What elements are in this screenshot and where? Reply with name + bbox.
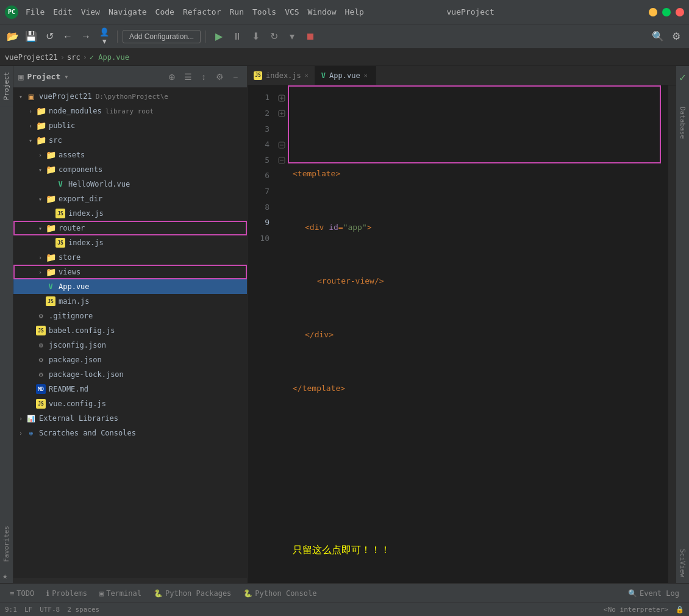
- panel-compact-btn[interactable]: ☰: [181, 70, 195, 84]
- public-arrow-icon: ›: [26, 123, 35, 129]
- minimize-button[interactable]: [649, 8, 657, 16]
- vcs-button[interactable]: 👤▾: [96, 29, 112, 45]
- tree-readme[interactable]: › MD README.md: [13, 382, 247, 396]
- tree-store[interactable]: › 📁 store: [13, 250, 247, 265]
- tree-gitignore[interactable]: › ⚙ .gitignore: [13, 309, 247, 323]
- tree-jsconfig[interactable]: › ⚙ jsconfig.json: [13, 338, 247, 353]
- gutter-fold-2[interactable]: [276, 106, 288, 122]
- tree-app-vue[interactable]: › V App.vue: [13, 279, 247, 294]
- terminal-tab[interactable]: ▣ Terminal: [95, 587, 146, 600]
- menu-edit[interactable]: Edit: [49, 6, 76, 18]
- menu-run[interactable]: Run: [226, 6, 248, 18]
- tree-views[interactable]: › 📁 views: [13, 265, 247, 279]
- menu-tools[interactable]: Tools: [249, 6, 280, 18]
- breadcrumb-file[interactable]: ✓ App.vue: [90, 53, 129, 62]
- menu-vcs[interactable]: VCS: [281, 6, 302, 18]
- debug-button[interactable]: ⏸: [229, 29, 245, 45]
- panel-close-btn[interactable]: −: [229, 70, 242, 84]
- tree-babel-config[interactable]: › JS babel.config.js: [13, 323, 247, 338]
- menu-code[interactable]: Code: [152, 6, 178, 18]
- lock-icon: ⚙: [35, 370, 46, 379]
- refresh-button[interactable]: ↺: [41, 29, 57, 45]
- project-tab-label[interactable]: Project: [0, 66, 13, 106]
- panel-sort-btn[interactable]: ↕: [197, 70, 210, 84]
- app-vue-tab-close[interactable]: ✕: [364, 72, 368, 79]
- scratches-label: Scratches and Consoles: [39, 429, 136, 437]
- favorites-star-icon[interactable]: ★: [0, 568, 13, 583]
- forward-button[interactable]: →: [78, 29, 94, 45]
- node-modules-arrow-icon: ›: [26, 108, 35, 115]
- tab-index-js[interactable]: JS index.js ✕: [248, 66, 315, 85]
- tree-node-modules[interactable]: › 📁 node_modules library root: [13, 104, 247, 118]
- add-configuration-button[interactable]: Add Configuration...: [123, 30, 201, 43]
- problems-tab[interactable]: ℹ Problems: [41, 587, 92, 600]
- python-console-tab[interactable]: 🐍 Python Console: [238, 587, 321, 600]
- panel-settings-btn[interactable]: ⚙: [213, 70, 226, 84]
- code-line-6: [293, 435, 668, 451]
- status-line-ending[interactable]: LF: [24, 606, 32, 614]
- todo-tab[interactable]: ≡ TODO: [5, 587, 39, 600]
- export-dir-label: export_dir: [59, 195, 102, 203]
- problems-icon: ℹ: [46, 589, 49, 598]
- menu-refactor[interactable]: Refactor: [179, 6, 225, 18]
- tree-public[interactable]: › 📁 public: [13, 118, 247, 133]
- tree-scratches[interactable]: › ⊕ Scratches and Consoles: [13, 426, 247, 440]
- store-folder-icon: 📁: [45, 252, 56, 262]
- breadcrumb-src[interactable]: src: [67, 53, 80, 62]
- status-encoding[interactable]: UTF-8: [40, 606, 60, 614]
- tree-helloworld[interactable]: › V HelloWorld.vue: [13, 177, 247, 192]
- index-js-tab-close[interactable]: ✕: [305, 72, 309, 79]
- tree-components[interactable]: ▾ 📁 components: [13, 162, 247, 177]
- python-packages-tab[interactable]: 🐍 Python Packages: [149, 587, 236, 600]
- coverage-button[interactable]: ⬇: [248, 29, 263, 45]
- back-button[interactable]: ←: [60, 29, 76, 45]
- breadcrumb-project[interactable]: vueProject21: [5, 53, 58, 62]
- gutter-fold-1[interactable]: [276, 90, 288, 106]
- close-button[interactable]: [676, 8, 684, 16]
- status-lock-icon: 🔒: [676, 606, 684, 614]
- sciview-tab[interactable]: SciView: [676, 543, 689, 583]
- search-button[interactable]: 🔍: [650, 29, 666, 45]
- stop2-button[interactable]: ⏹: [302, 29, 318, 45]
- gutter-fold-5[interactable]: [276, 152, 288, 168]
- tree-export-index[interactable]: › JS index.js: [13, 206, 247, 221]
- save-button[interactable]: 💾: [23, 29, 39, 45]
- menu-file[interactable]: File: [22, 6, 48, 18]
- tree-package-lock[interactable]: › ⚙ package-lock.json: [13, 367, 247, 382]
- favorites-tab-label[interactable]: Favorites: [0, 520, 13, 568]
- event-log-tab[interactable]: 🔍 Event Log: [623, 587, 684, 600]
- tab-app-vue[interactable]: V App.vue ✕: [315, 66, 376, 85]
- status-indent[interactable]: 2 spaces: [67, 606, 99, 614]
- menu-help[interactable]: Help: [341, 6, 368, 18]
- panel-locate-btn[interactable]: ⊕: [165, 70, 179, 84]
- profile-button[interactable]: ↻: [266, 29, 282, 45]
- gutter-fold-4[interactable]: [276, 137, 288, 153]
- tree-src[interactable]: ▾ 📁 src: [13, 133, 247, 148]
- editor-scrollbar[interactable]: [668, 85, 676, 583]
- database-tab[interactable]: Database: [676, 101, 689, 145]
- settings-button[interactable]: ⚙: [668, 29, 684, 45]
- menu-navigate[interactable]: Navigate: [105, 6, 151, 18]
- tree-router[interactable]: ▾ 📁 router: [13, 221, 247, 235]
- menu-bar[interactable]: File Edit View Navigate Code Refactor Ru…: [22, 6, 368, 18]
- status-position[interactable]: 9:1: [5, 606, 17, 614]
- maximize-button[interactable]: [662, 8, 671, 16]
- tree-vue-config[interactable]: › JS vue.config.js: [13, 396, 247, 411]
- run-button[interactable]: ▶: [211, 29, 227, 45]
- menu-window[interactable]: Window: [304, 6, 340, 18]
- tree-external-libs[interactable]: › 📊 External Libraries: [13, 411, 247, 426]
- tree-router-index[interactable]: › JS index.js: [13, 235, 247, 250]
- status-interpreter[interactable]: <No interpreter>: [604, 606, 668, 614]
- menu-view[interactable]: View: [77, 6, 104, 18]
- tree-main-js[interactable]: › JS main.js: [13, 294, 247, 309]
- code-content[interactable]: <template> <div id="app"> <router-view/>…: [288, 85, 668, 583]
- tree-package-json[interactable]: › ⚙ package.json: [13, 353, 247, 367]
- assets-label: assets: [59, 151, 85, 159]
- tree-export-dir[interactable]: ▾ 📁 export_dir: [13, 192, 247, 206]
- panel-scrollbar[interactable]: [13, 578, 247, 583]
- stop-button[interactable]: ▾: [284, 29, 300, 45]
- tree-assets[interactable]: › 📁 assets: [13, 148, 247, 162]
- open-folder-button[interactable]: 📂: [5, 29, 21, 45]
- tree-root[interactable]: ▾ ▣ vueProject21 D:\pythonProject\e: [13, 89, 247, 104]
- panel-dropdown-icon[interactable]: ▾: [64, 73, 68, 81]
